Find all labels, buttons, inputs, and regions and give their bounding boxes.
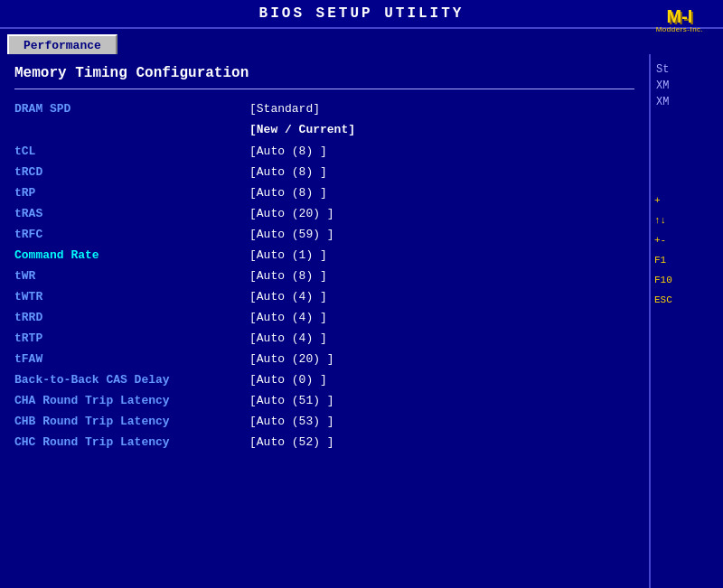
config-label: Command Rate — [14, 248, 249, 262]
key-row: F10 — [654, 271, 719, 289]
config-label: Back-to-Back CAS Delay — [14, 373, 249, 387]
config-label: tRTP — [14, 331, 249, 345]
config-value: [Auto (53) ] — [249, 415, 334, 428]
config-value: [Auto (51) ] — [249, 394, 334, 407]
section-divider — [14, 89, 634, 89]
center-panel: Memory Timing Configuration DRAM SPD [St… — [0, 54, 651, 588]
config-value: [Auto (59) ] — [249, 228, 334, 241]
main-content: Memory Timing Configuration DRAM SPD [St… — [0, 54, 723, 588]
config-label: tRFC — [14, 228, 249, 241]
key-code: ESC — [654, 294, 681, 305]
dram-spd-value: [Standard] — [249, 102, 320, 116]
config-label: CHB Round Trip Latency — [14, 415, 249, 428]
config-row[interactable]: tRRD[Auto (4) ] — [14, 307, 634, 327]
dram-spd-row[interactable]: DRAM SPD [Standard] — [14, 98, 634, 118]
config-row[interactable]: CHA Round Trip Latency[Auto (51) ] — [14, 390, 634, 410]
tab-performance-label: Performance — [23, 39, 101, 52]
key-code: +- — [654, 235, 681, 246]
config-row[interactable]: CHB Round Trip Latency[Auto (53) ] — [14, 411, 634, 431]
config-label: tRAS — [14, 207, 249, 220]
config-row[interactable]: tWR[Auto (8) ] — [14, 266, 634, 285]
sidebar-item-st[interactable]: St — [654, 61, 719, 78]
tab-bar: Performance — [0, 29, 723, 54]
config-row[interactable]: tFAW[Auto (20) ] — [14, 349, 634, 369]
key-row: ↑↓ — [654, 211, 719, 229]
dram-spd-label: DRAM SPD — [14, 102, 249, 116]
config-label: tFAW — [14, 352, 249, 366]
config-label: tWTR — [14, 290, 249, 303]
config-label: tCL — [14, 145, 249, 158]
bios-title: BIOS SETUP UTILITY — [259, 5, 465, 22]
config-label: CHA Round Trip Latency — [14, 394, 249, 407]
sidebar-keys: +↑↓+-F1F10ESC — [654, 191, 719, 311]
top-bar: BIOS SETUP UTILITY — [0, 0, 723, 29]
config-row[interactable]: tCL[Auto (8) ] — [14, 141, 634, 161]
config-row[interactable]: CHC Round Trip Latency[Auto (52) ] — [14, 432, 634, 452]
config-value: [Auto (4) ] — [249, 311, 327, 324]
config-value: [Auto (4) ] — [249, 331, 327, 345]
new-current-label: [New / Current] — [249, 123, 355, 136]
key-code: + — [654, 195, 681, 206]
config-row[interactable]: tWTR[Auto (4) ] — [14, 286, 634, 306]
config-value: [Auto (8) ] — [249, 145, 327, 158]
config-value: [Auto (1) ] — [249, 248, 327, 262]
config-value: [Auto (52) ] — [249, 435, 334, 449]
config-row[interactable]: tRP[Auto (8) ] — [14, 182, 634, 202]
section-title: Memory Timing Configuration — [14, 65, 634, 81]
config-value: [Auto (8) ] — [249, 165, 327, 179]
config-row[interactable]: Command Rate[Auto (1) ] — [14, 245, 634, 265]
key-row: ESC — [654, 291, 719, 309]
config-value: [Auto (4) ] — [249, 290, 327, 303]
logo-area: M-I Modders-Inc. — [643, 2, 716, 38]
config-label: tRRD — [14, 311, 249, 324]
key-code: F10 — [654, 275, 681, 285]
new-current-header-row: [New / Current] — [14, 119, 634, 139]
config-value: [Auto (20) ] — [249, 352, 334, 366]
config-value: [Auto (8) ] — [249, 269, 327, 283]
key-code: ↑↓ — [654, 215, 681, 226]
config-label: tWR — [14, 269, 249, 283]
right-panel: StXMXM +↑↓+-F1F10ESC — [651, 54, 723, 588]
config-row[interactable]: Back-to-Back CAS Delay[Auto (0) ] — [14, 369, 634, 389]
config-label: CHC Round Trip Latency — [14, 435, 249, 449]
key-code: F1 — [654, 255, 681, 266]
config-row[interactable]: tRCD[Auto (8) ] — [14, 162, 634, 182]
config-row[interactable]: tRFC[Auto (59) ] — [14, 224, 634, 244]
config-value: [Auto (20) ] — [249, 207, 334, 220]
config-row[interactable]: tRTP[Auto (4) ] — [14, 328, 634, 348]
key-row: + — [654, 191, 719, 210]
config-table: tCL[Auto (8) ]tRCD[Auto (8) ]tRP[Auto (8… — [14, 141, 634, 452]
key-row: +- — [654, 231, 719, 249]
key-row: F1 — [654, 251, 719, 269]
config-value: [Auto (0) ] — [249, 373, 327, 387]
sidebar-group-items: StXMXM — [654, 61, 719, 110]
config-label: tRCD — [14, 165, 249, 179]
logo-text: Modders-Inc. — [656, 25, 704, 33]
sidebar-item-xm1[interactable]: XM — [654, 78, 719, 94]
config-label: tRP — [14, 186, 249, 200]
sidebar-item-xm2[interactable]: XM — [654, 94, 719, 110]
config-value: [Auto (8) ] — [249, 186, 327, 200]
tab-performance[interactable]: Performance — [7, 34, 117, 54]
config-row[interactable]: tRAS[Auto (20) ] — [14, 203, 634, 223]
logo-mj: M-I — [667, 7, 693, 25]
